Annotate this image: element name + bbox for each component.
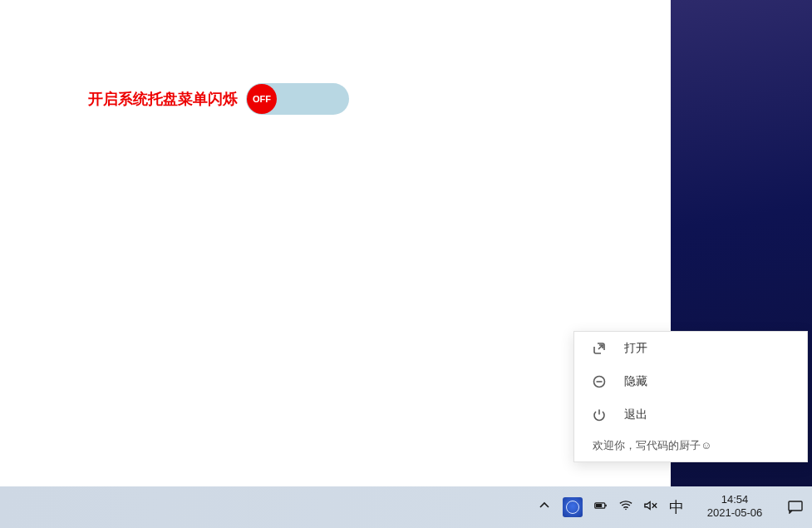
- menu-footer: 欢迎你，写代码的厨子☺: [574, 432, 807, 461]
- exit-icon: [593, 408, 606, 422]
- menu-item-label: 打开: [624, 341, 647, 356]
- tray-blink-toggle-row: 开启系统托盘菜单闪烁 OFF: [88, 83, 349, 115]
- tray-context-menu: 打开 隐藏 退出 欢迎你，写代码的厨子☺: [573, 331, 808, 462]
- menu-item-open[interactable]: 打开: [574, 332, 807, 365]
- wifi-icon[interactable]: [619, 499, 632, 516]
- menu-item-exit[interactable]: 退出: [574, 398, 807, 432]
- taskbar-clock[interactable]: 14:54 2021-05-06: [691, 494, 779, 520]
- battery-icon[interactable]: [594, 499, 608, 516]
- clock-date: 2021-05-06: [707, 506, 763, 521]
- svg-rect-3: [605, 505, 607, 506]
- tray-app-icon[interactable]: [563, 497, 583, 517]
- svg-rect-4: [596, 504, 602, 507]
- menu-item-label: 退出: [624, 407, 647, 422]
- action-center-button[interactable]: [779, 486, 812, 528]
- svg-rect-8: [789, 501, 802, 511]
- taskbar-tray: 中 14:54 2021-05-06: [538, 486, 812, 528]
- clock-time: 14:54: [721, 494, 749, 506]
- open-icon: [593, 342, 606, 355]
- tray-overflow-chevron-icon[interactable]: [538, 499, 551, 516]
- taskbar: 中 14:54 2021-05-06: [0, 486, 812, 528]
- svg-point-5: [625, 509, 627, 511]
- menu-item-hide[interactable]: 隐藏: [574, 365, 807, 398]
- tray-icons: 中: [538, 497, 691, 517]
- tray-blink-toggle-label: 开启系统托盘菜单闪烁: [88, 89, 238, 109]
- menu-item-label: 隐藏: [624, 374, 647, 389]
- app-window: 开启系统托盘菜单闪烁 OFF: [0, 0, 671, 486]
- volume-mute-icon[interactable]: [644, 499, 657, 516]
- toggle-knob: OFF: [247, 84, 277, 114]
- hide-icon: [593, 375, 606, 388]
- tray-blink-toggle[interactable]: OFF: [246, 83, 349, 115]
- ime-indicator[interactable]: 中: [669, 497, 684, 517]
